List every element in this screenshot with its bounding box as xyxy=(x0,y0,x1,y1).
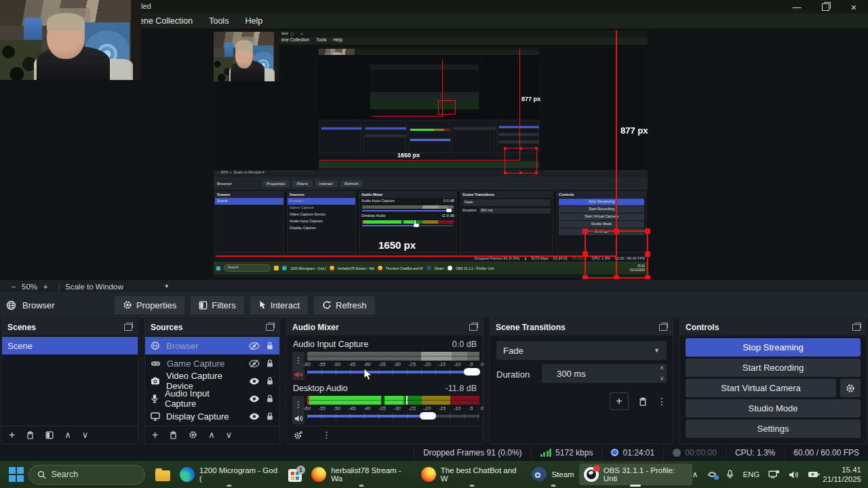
menu-scene-collection[interactable]: ene Collection xyxy=(131,16,201,26)
interact-button[interactable]: Interact xyxy=(250,296,308,314)
restore-button[interactable] xyxy=(811,0,840,14)
audio-mixer-title: Audio Mixer xyxy=(292,323,339,332)
remove-transition-button[interactable] xyxy=(638,396,648,407)
taskbar-app-steam[interactable]: Steam xyxy=(527,464,578,485)
popout-icon[interactable] xyxy=(852,324,861,331)
live-dot-icon xyxy=(611,449,618,456)
scene-list-item[interactable]: Scene xyxy=(2,337,138,354)
lock-icon[interactable] xyxy=(266,411,274,421)
taskbar-clock[interactable]: 15.41 21/11/2025 xyxy=(823,465,868,485)
source-row-audio-input[interactable]: Audio Input Capture xyxy=(145,390,279,407)
resize-handle[interactable] xyxy=(583,228,588,234)
virtual-camera-settings-button[interactable] xyxy=(840,379,861,397)
source-row-display-capture[interactable]: Display Capture xyxy=(145,407,279,425)
start-virtual-camera-button[interactable]: Start Virtual Camera xyxy=(686,379,836,397)
transition-menu-button[interactable]: ⋮ xyxy=(657,396,667,407)
scale-mode-select[interactable]: Scale to Window xyxy=(65,283,123,291)
advanced-audio-button[interactable] xyxy=(294,430,303,440)
mute-button[interactable] xyxy=(292,412,304,424)
eye-icon[interactable] xyxy=(249,377,260,386)
source-row-game-capture[interactable]: Game Capture xyxy=(145,354,279,372)
start-recording-button[interactable]: Start Recording xyxy=(686,359,861,377)
sources-dock: Sources Browser Game Capture Video Captu… xyxy=(144,319,280,444)
start-button[interactable] xyxy=(4,464,28,485)
lock-icon[interactable] xyxy=(266,359,274,368)
popout-icon[interactable] xyxy=(659,324,667,331)
restore-icon xyxy=(822,3,829,11)
stop-streaming-button[interactable]: Stop Streaming xyxy=(686,338,861,357)
lock-icon[interactable] xyxy=(266,394,274,403)
eye-icon[interactable] xyxy=(249,412,260,421)
taskbar-app-store[interactable]: 1 xyxy=(283,464,307,485)
mute-button[interactable] xyxy=(292,368,304,380)
move-source-down-button[interactable]: ∨ xyxy=(226,430,233,440)
taskbar-search[interactable]: Search xyxy=(28,465,146,485)
menu-help[interactable]: Help xyxy=(237,16,271,26)
microphone-tray-icon[interactable] xyxy=(726,470,734,480)
eye-slash-icon[interactable] xyxy=(249,342,260,350)
nested2-selection-box xyxy=(438,100,456,115)
firefox-icon xyxy=(421,467,436,482)
source-row-video-capture[interactable]: Video Capture Device xyxy=(145,372,279,390)
menu-tools[interactable]: Tools xyxy=(201,16,237,26)
minimize-button[interactable]: — xyxy=(783,0,811,14)
popout-icon[interactable] xyxy=(124,324,132,331)
zoom-in-button[interactable]: + xyxy=(37,283,54,291)
taskbar-app-firefox-2[interactable]: The best ChatBot and W xyxy=(416,464,528,485)
spin-down-icon[interactable]: ∨ xyxy=(660,376,664,382)
move-scene-down-button[interactable]: ∨ xyxy=(82,430,89,440)
resize-handle[interactable] xyxy=(645,251,650,257)
add-transition-button[interactable]: + xyxy=(610,392,629,410)
battery-icon[interactable] xyxy=(808,470,820,479)
taskbar-app-firefox-1[interactable]: herbalist78 Stream - Wa xyxy=(307,464,416,485)
lock-icon[interactable] xyxy=(266,376,274,386)
taskbar-app-edge[interactable]: 1200 Microgram - God ( xyxy=(175,464,283,485)
eye-slash-icon[interactable] xyxy=(249,359,260,368)
volume-slider[interactable] xyxy=(307,415,479,418)
mouse-cursor xyxy=(363,368,372,381)
scene-filters-button[interactable] xyxy=(45,431,54,439)
popout-icon[interactable] xyxy=(469,324,477,331)
controls-dock: Controls Stop Streaming Start Recording … xyxy=(679,319,867,444)
close-button[interactable]: × xyxy=(840,0,868,14)
properties-button[interactable]: Properties xyxy=(115,296,184,314)
popout-icon[interactable] xyxy=(266,324,274,331)
spin-up-icon[interactable]: ∧ xyxy=(660,365,664,371)
taskbar-app-obs[interactable]: OBS 31.1.1 - Profile: Unti xyxy=(579,464,692,485)
studio-mode-button[interactable]: Studio Mode xyxy=(686,399,861,418)
chevron-down-icon[interactable]: ▼ xyxy=(164,283,170,289)
volume-slider[interactable] xyxy=(307,371,479,373)
tray-expand-icon[interactable]: ∧ xyxy=(692,470,698,479)
remove-source-button[interactable] xyxy=(169,430,178,440)
gamepad-icon xyxy=(151,360,161,367)
volume-slider-handle[interactable] xyxy=(420,412,436,420)
system-tray: ∧ ENG xyxy=(692,470,823,480)
add-source-button[interactable]: + xyxy=(152,429,158,441)
volume-slider-handle[interactable] xyxy=(464,368,480,375)
resize-handle[interactable] xyxy=(614,228,619,234)
resize-handle[interactable] xyxy=(583,251,588,257)
duration-input[interactable]: 300 ms ∧∨ xyxy=(542,364,667,383)
file-explorer-button[interactable] xyxy=(151,464,175,485)
remove-scene-button[interactable] xyxy=(26,430,35,440)
volume-icon[interactable] xyxy=(789,470,799,479)
settings-button[interactable]: Settings xyxy=(686,420,861,438)
monitor-icon xyxy=(151,412,160,421)
filters-button[interactable]: Filters xyxy=(191,296,243,314)
mixer-menu-button[interactable]: ⋮ xyxy=(322,430,331,440)
transition-select[interactable]: Fade ▼ xyxy=(496,341,667,360)
sync-icon[interactable] xyxy=(707,470,717,479)
source-selection-box[interactable] xyxy=(585,230,648,279)
language-indicator[interactable]: ENG xyxy=(743,470,760,479)
refresh-button[interactable]: Refresh xyxy=(314,296,375,314)
eye-icon[interactable] xyxy=(249,394,260,403)
move-scene-up-button[interactable]: ∧ xyxy=(64,430,71,440)
lock-icon[interactable] xyxy=(266,341,274,350)
source-properties-button[interactable] xyxy=(189,430,197,439)
zoom-out-button[interactable]: − xyxy=(5,283,22,291)
source-row-browser[interactable]: Browser xyxy=(145,337,279,354)
network-icon[interactable] xyxy=(768,470,780,479)
resize-handle[interactable] xyxy=(645,228,650,234)
add-scene-button[interactable]: + xyxy=(9,429,15,441)
move-source-up-button[interactable]: ∧ xyxy=(208,430,215,440)
